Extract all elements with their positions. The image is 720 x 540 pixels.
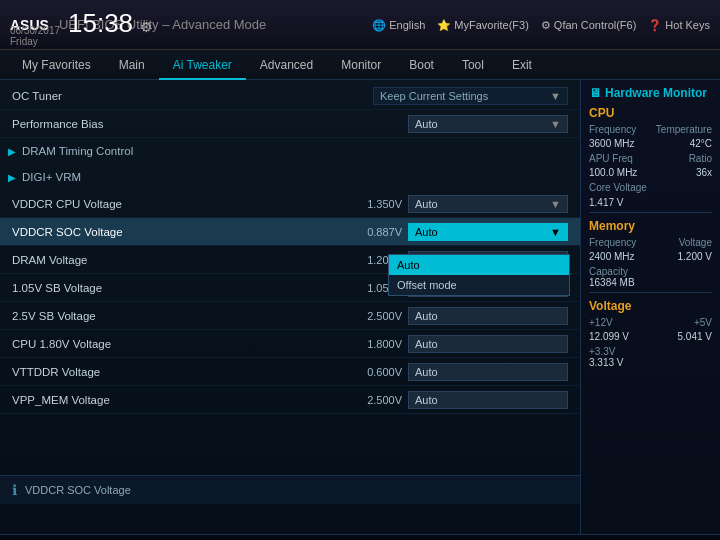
dropdown-option-auto[interactable]: Auto: [389, 255, 569, 275]
vddcr-cpu-label: VDDCR CPU Voltage: [12, 198, 342, 210]
cpu18-dropdown[interactable]: Auto: [408, 335, 568, 353]
sb25-dropdown-val: Auto: [415, 310, 438, 322]
mem-volt-label: Voltage: [679, 237, 712, 248]
gear-icon[interactable]: ⚙: [140, 19, 153, 35]
hw-cpu-freq-val-row: 3600 MHz 42°C: [589, 138, 712, 149]
dram-timing-label: DRAM Timing Control: [22, 145, 133, 157]
hw-title-text: Hardware Monitor: [605, 86, 707, 100]
hw-cpu-apu-row: APU Freq Ratio: [589, 153, 712, 164]
sb25-label: 2.5V SB Voltage: [12, 310, 342, 322]
hw-monitor-title: 🖥 Hardware Monitor: [589, 86, 712, 100]
dram-voltage-label: DRAM Voltage: [12, 254, 342, 266]
hw-cpu-core-row: Core Voltage: [589, 182, 712, 193]
oc-tuner-value: Keep Current Settings: [380, 90, 488, 102]
tool-myfavorite[interactable]: ⭐ MyFavorite(F3): [437, 18, 529, 31]
cpu18-value: 1.800V: [342, 338, 402, 350]
dram-timing-row[interactable]: ▶ DRAM Timing Control: [0, 138, 580, 164]
left-content: OC Tuner Keep Current Settings ▼ Perform…: [0, 80, 580, 534]
globe-icon: 🌐: [372, 18, 386, 31]
bottom-info-bar: ℹ VDDCR SOC Voltage: [0, 475, 580, 504]
vddcr-soc-dropdown-val: Auto: [415, 226, 438, 238]
nav-monitor[interactable]: Monitor: [327, 50, 395, 80]
qfan-label: Qfan Control(F6): [554, 19, 637, 31]
info-icon: ℹ: [12, 482, 17, 498]
cpu-freq-label: Frequency: [589, 124, 636, 135]
main-layout: OC Tuner Keep Current Settings ▼ Perform…: [0, 80, 720, 534]
mem-freq-label: Frequency: [589, 237, 636, 248]
vddcr-cpu-dropdown[interactable]: Auto ▼: [408, 195, 568, 213]
sb105-label: 1.05V SB Voltage: [12, 282, 342, 294]
dropdown-open-overlay: Auto Offset mode: [388, 254, 570, 296]
date-block: 06/30/2017 Friday: [10, 25, 60, 47]
cpu-ratio-value: 36x: [696, 167, 712, 178]
time-display: 15:38 ⚙: [68, 8, 153, 39]
cpu-temp-label: Temperature: [656, 124, 712, 135]
hw-voltage-title: Voltage: [589, 299, 712, 313]
sb25-value: 2.500V: [342, 310, 402, 322]
vppmem-value: 2.500V: [342, 394, 402, 406]
nav-exit[interactable]: Exit: [498, 50, 546, 80]
tool-hotkeys[interactable]: ❓ Hot Keys: [648, 18, 710, 31]
dropdown-arrow: ▼: [550, 90, 561, 102]
cpu-core-value: 1.417 V: [589, 197, 623, 208]
dropdown-arrow4: ▼: [550, 226, 561, 238]
mem-cap-value: 16384 MB: [589, 277, 712, 288]
dropdown-option-offset[interactable]: Offset mode: [389, 275, 569, 295]
performance-bias-dropdown[interactable]: Auto ▼: [408, 115, 568, 133]
v5-label: +5V: [694, 317, 712, 328]
oc-tuner-dropdown[interactable]: Keep Current Settings ▼: [373, 87, 568, 105]
day-text: Friday: [10, 36, 38, 47]
nav-main[interactable]: Main: [105, 50, 159, 80]
dropdown-arrow3: ▼: [550, 198, 561, 210]
mem-cap-label: Capacity: [589, 266, 712, 277]
nav-boot[interactable]: Boot: [395, 50, 448, 80]
vddcr-cpu-value: 1.350V: [342, 198, 402, 210]
v33-label: +3.3V: [589, 346, 712, 357]
cpu-core-label: Core Voltage: [589, 182, 647, 193]
bottom-bar: Last Modified EzMode(F7)→ Search on FAQ: [0, 534, 720, 540]
v33-value: 3.313 V: [589, 357, 712, 368]
hw-divider2: [589, 292, 712, 293]
mem-volt-value: 1.200 V: [678, 251, 712, 262]
top-bar: ASUS UEFI BIOS Utility – Advanced Mode 0…: [0, 0, 720, 50]
v12-value: 12.099 V: [589, 331, 629, 342]
v5-value: 5.041 V: [678, 331, 712, 342]
settings-area: OC Tuner Keep Current Settings ▼ Perform…: [0, 80, 580, 416]
oc-tuner-row: OC Tuner Keep Current Settings ▼: [0, 82, 580, 110]
vddcr-cpu-dropdown-val: Auto: [415, 198, 438, 210]
nav-advanced[interactable]: Advanced: [246, 50, 327, 80]
hw-divider1: [589, 212, 712, 213]
sb25-dropdown[interactable]: Auto: [408, 307, 568, 325]
vddcr-soc-value: 0.887V: [342, 226, 402, 238]
vppmem-row: VPP_MEM Voltage 2.500V Auto: [0, 386, 580, 414]
vddcr-soc-label: VDDCR SOC Voltage: [12, 226, 342, 238]
tool-qfan[interactable]: ⚙ Qfan Control(F6): [541, 18, 637, 31]
cpu-freq-value: 3600 MHz: [589, 138, 635, 149]
vddcr-soc-row: VDDCR SOC Voltage 0.887V Auto ▼: [0, 218, 580, 246]
vttddr-dropdown[interactable]: Auto: [408, 363, 568, 381]
nav-aitweaker[interactable]: Ai Tweaker: [159, 50, 246, 80]
hw-cpu-apu-val-row: 100.0 MHz 36x: [589, 167, 712, 178]
v12-label: +12V: [589, 317, 613, 328]
oc-tuner-label: OC Tuner: [12, 90, 373, 102]
hw-cpu-title: CPU: [589, 106, 712, 120]
hw-memory-title: Memory: [589, 219, 712, 233]
setting-info-label: VDDCR SOC Voltage: [25, 484, 131, 496]
dropdown-arrow2: ▼: [550, 118, 561, 130]
vppmem-label: VPP_MEM Voltage: [12, 394, 342, 406]
vppmem-dropdown[interactable]: Auto: [408, 391, 568, 409]
cpu-apu-value: 100.0 MHz: [589, 167, 637, 178]
nav-tool[interactable]: Tool: [448, 50, 498, 80]
date-text: 06/30/2017: [10, 25, 60, 36]
nav-myfavorites[interactable]: My Favorites: [8, 50, 105, 80]
vttddr-label: VTTDDR Voltage: [12, 366, 342, 378]
cpu-temp-value: 42°C: [690, 138, 712, 149]
vddcr-soc-dropdown[interactable]: Auto ▼: [408, 223, 568, 241]
triangle-icon: ▶: [8, 146, 16, 157]
english-label: English: [389, 19, 425, 31]
hardware-monitor-panel: 🖥 Hardware Monitor CPU Frequency Tempera…: [580, 80, 720, 534]
hotkeys-icon: ❓: [648, 18, 662, 31]
vppmem-dropdown-val: Auto: [415, 394, 438, 406]
digi-vrm-row[interactable]: ▶ DIGI+ VRM: [0, 164, 580, 190]
tool-english[interactable]: 🌐 English: [372, 18, 425, 31]
